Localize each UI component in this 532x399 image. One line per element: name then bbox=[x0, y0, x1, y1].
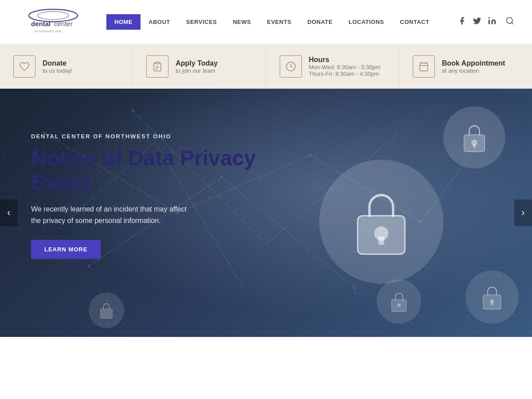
hours-sub1: Mon-Wed: 8:30am - 5:30pm bbox=[309, 64, 381, 70]
logo[interactable]: dental center of northwest ohio bbox=[18, 7, 106, 38]
svg-line-7 bbox=[512, 23, 513, 24]
svg-text:dental: dental bbox=[31, 20, 51, 27]
book-text: Book Appointment at any location bbox=[442, 59, 505, 74]
clock-icon bbox=[286, 61, 296, 72]
header: dental center of northwest ohio HOME ABO… bbox=[0, 0, 532, 44]
facebook-icon[interactable] bbox=[458, 16, 466, 27]
svg-point-5 bbox=[489, 17, 490, 19]
hours-sub2: Thurs-Fri: 8:30am - 4:30pm bbox=[309, 70, 381, 77]
apply-text: Apply Today to join our team bbox=[176, 59, 218, 74]
svg-point-44 bbox=[397, 303, 401, 307]
social-links bbox=[458, 16, 514, 27]
donate-sub: to us today! bbox=[43, 67, 72, 74]
hero-section: DENTAL CENTER OF NORTHWEST OHIO Notice o… bbox=[0, 89, 532, 337]
svg-point-6 bbox=[507, 18, 512, 23]
lock-small-bottom-middle-icon bbox=[377, 279, 421, 324]
lock-small-top-right-icon bbox=[443, 106, 505, 168]
donate-text: Donate to us today! bbox=[43, 59, 72, 74]
book-icon-box bbox=[413, 55, 435, 78]
hero-desc-line2: the privacy of some personal information… bbox=[31, 217, 161, 224]
nav-events[interactable]: EVENTS bbox=[259, 14, 299, 30]
svg-rect-8 bbox=[156, 62, 159, 64]
clipboard-icon bbox=[152, 61, 163, 72]
svg-point-28 bbox=[309, 154, 312, 156]
svg-text:of northwest ohio: of northwest ohio bbox=[35, 29, 62, 33]
svg-point-33 bbox=[353, 287, 356, 289]
hero-desc-line1: We recently learned of an incident that … bbox=[31, 205, 187, 213]
info-bar: Donate to us today! Apply Today to join … bbox=[0, 44, 532, 89]
linkedin-icon[interactable] bbox=[488, 16, 497, 27]
donate-icon-box bbox=[13, 55, 35, 78]
hours-text: Hours Mon-Wed: 8:30am - 5:30pm Thurs-Fri… bbox=[309, 56, 381, 77]
lock-small-bottom-right-icon bbox=[466, 270, 519, 324]
svg-rect-12 bbox=[420, 63, 428, 71]
nav-donate[interactable]: DONATE bbox=[299, 14, 340, 30]
book-sub: at any location bbox=[442, 67, 505, 74]
info-book[interactable]: Book Appointment at any location bbox=[399, 44, 532, 89]
svg-point-30 bbox=[87, 265, 90, 267]
svg-rect-36 bbox=[378, 236, 384, 245]
apply-sub: to join our team bbox=[176, 67, 218, 74]
nav-news[interactable]: NEWS bbox=[225, 14, 259, 30]
hours-title: Hours bbox=[309, 56, 381, 64]
info-donate[interactable]: Donate to us today! bbox=[0, 44, 133, 89]
search-icon[interactable] bbox=[505, 16, 514, 27]
svg-text:center: center bbox=[54, 20, 73, 27]
apply-icon-box bbox=[146, 55, 168, 78]
heart-icon bbox=[19, 61, 30, 72]
svg-point-32 bbox=[132, 110, 134, 112]
lock-extra-small-icon bbox=[89, 293, 124, 328]
svg-rect-39 bbox=[473, 144, 476, 148]
svg-rect-45 bbox=[101, 309, 113, 319]
calendar-icon bbox=[419, 61, 429, 72]
hero-content: DENTAL CENTER OF NORTHWEST OHIO Notice o… bbox=[31, 133, 279, 259]
hours-icon-box bbox=[280, 55, 302, 78]
info-apply[interactable]: Apply Today to join our team bbox=[133, 44, 266, 89]
hero-org-name: DENTAL CENTER OF NORTHWEST OHIO bbox=[31, 133, 279, 140]
nav-services[interactable]: SERVICES bbox=[178, 14, 225, 30]
donate-title: Donate bbox=[43, 59, 72, 67]
svg-point-1 bbox=[38, 12, 69, 20]
carousel-next-button[interactable]: › bbox=[514, 200, 532, 226]
nav-about[interactable]: ABOUT bbox=[141, 14, 178, 30]
hero-description: We recently learned of an incident that … bbox=[31, 203, 279, 226]
main-nav: HOME ABOUT SERVICES NEWS EVENTS DONATE L… bbox=[106, 14, 453, 30]
learn-more-button[interactable]: LEARN MORE bbox=[31, 240, 101, 259]
book-title: Book Appointment bbox=[442, 59, 505, 67]
info-hours: Hours Mon-Wed: 8:30am - 5:30pm Thurs-Fri… bbox=[266, 44, 399, 89]
svg-rect-42 bbox=[491, 303, 493, 305]
apply-title: Apply Today bbox=[176, 59, 218, 67]
hero-title: Notice of Data Privacy Event bbox=[31, 146, 279, 195]
twitter-icon[interactable] bbox=[473, 16, 481, 27]
nav-home[interactable]: HOME bbox=[106, 14, 141, 30]
lock-large-icon bbox=[319, 160, 443, 284]
nav-locations[interactable]: LOCATIONS bbox=[340, 14, 392, 30]
nav-contact[interactable]: CONTACT bbox=[392, 14, 437, 30]
carousel-prev-button[interactable]: ‹ bbox=[0, 200, 18, 226]
